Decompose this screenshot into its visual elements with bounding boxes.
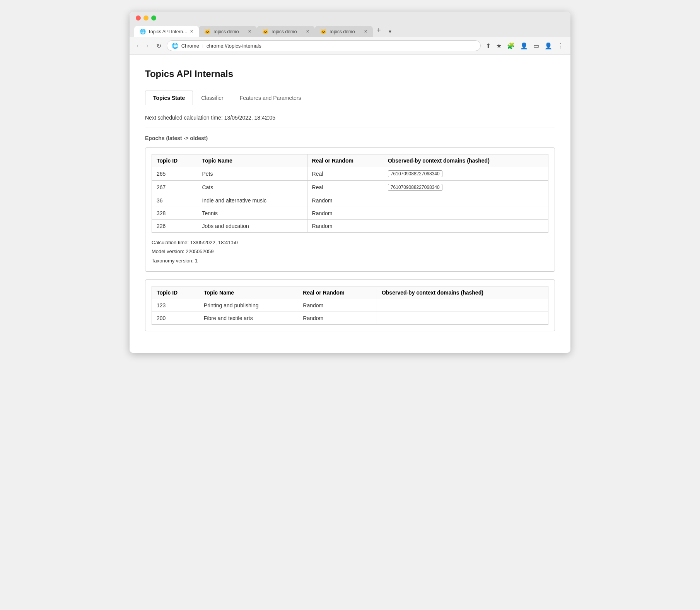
col-header-topic-name: Topic Name (197, 154, 307, 167)
table-row: 226Jobs and educationRandom (152, 220, 548, 233)
cell-domains (383, 207, 548, 220)
table-row: 267CatsReal7610709088227068340 (152, 181, 548, 194)
cell-topic-id: 328 (152, 207, 197, 220)
nav-actions: ⬆ ★ 🧩 👤 ▭ 👤 ⋮ (484, 41, 566, 51)
cell-real-random: Random (298, 312, 377, 325)
col-header-domains-2: Observed-by context domains (hashed) (377, 286, 548, 299)
tab-close-button-3[interactable]: ✕ (306, 29, 309, 34)
epoch-block-2: Topic ID Topic Name Real or Random Obser… (145, 279, 555, 331)
domain-tag: 7610709088227068340 (388, 184, 442, 191)
calc-time-label: Calculation time: (152, 240, 189, 245)
close-button[interactable] (136, 15, 141, 21)
col-header-real-random-2: Real or Random (298, 286, 377, 299)
maximize-button[interactable] (151, 15, 156, 21)
tab-icon-cat-2: 🐱 (204, 29, 210, 34)
cell-topic-id: 265 (152, 167, 197, 181)
browser-tab-4[interactable]: 🐱 Topics demo ✕ (315, 26, 373, 37)
table-row: 265PetsReal7610709088227068340 (152, 167, 548, 181)
tab-close-button-4[interactable]: ✕ (364, 29, 367, 34)
model-version-value: 2205052059 (186, 248, 213, 254)
bookmark-button[interactable]: ★ (494, 41, 504, 51)
cell-topic-id: 226 (152, 220, 197, 233)
cell-topic-id: 36 (152, 194, 197, 207)
col-header-topic-name-2: Topic Name (199, 286, 298, 299)
tab-icon-globe: 🌐 (140, 29, 146, 34)
browser-tab-2[interactable]: 🐱 Topics demo ✕ (199, 26, 257, 37)
cell-topic-id: 123 (152, 299, 199, 312)
table-row: 123Printing and publishingRandom (152, 299, 548, 312)
taxonomy-version-label: Taxonomy version: (152, 258, 193, 264)
tab-icon-cat-4: 🐱 (320, 29, 326, 34)
cell-real-random: Real (307, 181, 383, 194)
account-icon[interactable]: 👤 (543, 41, 554, 51)
col-header-topic-id-2: Topic ID (152, 286, 199, 299)
tab-close-button[interactable]: ✕ (190, 29, 193, 34)
tab-icon-cat-3: 🐱 (262, 29, 268, 34)
model-version-label: Model version: (152, 248, 184, 254)
browser-window: 🌐 Topics API Intern… ✕ 🐱 Topics demo ✕ 🐱… (130, 12, 570, 353)
col-header-domains: Observed-by context domains (hashed) (383, 154, 548, 167)
cell-topic-name: Fibre and textile arts (199, 312, 298, 325)
cell-topic-name: Pets (197, 167, 307, 181)
next-calc-value: 13/05/2022, 18:42:05 (224, 115, 275, 121)
table-row: 328TennisRandom (152, 207, 548, 220)
cell-topic-name: Tennis (197, 207, 307, 220)
profile-button[interactable]: 👤 (518, 41, 530, 51)
address-url: chrome://topics-internals (207, 43, 261, 49)
table-row: 36Indie and alternative musicRandom (152, 194, 548, 207)
tabs-container: Topics State Classifier Features and Par… (145, 90, 555, 105)
tab-overflow-button[interactable]: ▾ (385, 26, 395, 37)
epoch-table-2: Topic ID Topic Name Real or Random Obser… (152, 286, 548, 325)
tab-classifier[interactable]: Classifier (193, 91, 232, 105)
browser-tab-active[interactable]: 🌐 Topics API Intern… ✕ (134, 26, 199, 37)
traffic-lights (134, 15, 566, 21)
minimize-button[interactable] (143, 15, 149, 21)
epoch-table-1: Topic ID Topic Name Real or Random Obser… (152, 154, 548, 233)
tab-features-parameters[interactable]: Features and Parameters (232, 91, 309, 105)
sidebar-button[interactable]: ▭ (531, 41, 541, 51)
menu-button[interactable]: ⋮ (556, 41, 566, 51)
epoch-meta-1: Calculation time: 13/05/2022, 18:41:50 M… (152, 238, 548, 265)
address-divider: | (202, 43, 203, 48)
back-button[interactable]: ‹ (134, 41, 141, 51)
tab-bar: 🌐 Topics API Intern… ✕ 🐱 Topics demo ✕ 🐱… (134, 24, 566, 37)
forward-button[interactable]: › (144, 41, 150, 51)
tab-label: Topics API Intern… (148, 29, 188, 34)
reload-button[interactable]: ↻ (154, 41, 164, 51)
taxonomy-version-value: 1 (195, 258, 198, 264)
tab-topics-state[interactable]: Topics State (145, 91, 193, 105)
page-title: Topics API Internals (145, 69, 555, 79)
protocol-label: Chrome (181, 43, 199, 49)
browser-tab-3[interactable]: 🐱 Topics demo ✕ (257, 26, 315, 37)
cell-domains (377, 312, 548, 325)
tab-label-2: Topics demo (213, 29, 239, 34)
section-divider (145, 127, 555, 127)
calc-time-value: 13/05/2022, 18:41:50 (190, 240, 238, 245)
calc-time-line: Calculation time: 13/05/2022, 18:41:50 (152, 238, 548, 247)
cell-topic-name: Cats (197, 181, 307, 194)
cell-topic-name: Jobs and education (197, 220, 307, 233)
cell-domains (383, 220, 548, 233)
extensions-button[interactable]: 🧩 (505, 41, 517, 51)
nav-bar: ‹ › ↻ 🌐 Chrome | chrome://topics-interna… (130, 37, 570, 55)
cell-real-random: Random (298, 299, 377, 312)
address-bar[interactable]: 🌐 Chrome | chrome://topics-internals (167, 40, 481, 51)
cell-topic-name: Printing and publishing (199, 299, 298, 312)
table-header-row: Topic ID Topic Name Real or Random Obser… (152, 154, 548, 167)
new-tab-button[interactable]: + (373, 24, 385, 37)
tab-close-button-2[interactable]: ✕ (248, 29, 251, 34)
taxonomy-version-line: Taxonomy version: 1 (152, 256, 548, 265)
cell-real-random: Real (307, 167, 383, 181)
cell-domains (377, 299, 548, 312)
epoch-block-1: Topic ID Topic Name Real or Random Obser… (145, 147, 555, 272)
share-button[interactable]: ⬆ (484, 41, 493, 51)
next-calc-label: Next scheduled calculation time: (145, 115, 223, 121)
col-header-topic-id: Topic ID (152, 154, 197, 167)
cell-real-random: Random (307, 220, 383, 233)
domain-tag: 7610709088227068340 (388, 170, 442, 177)
model-version-line: Model version: 2205052059 (152, 247, 548, 256)
next-calc-text: Next scheduled calculation time: 13/05/2… (145, 115, 555, 121)
cell-domains: 7610709088227068340 (383, 167, 548, 181)
tab-label-4: Topics demo (329, 29, 355, 34)
col-header-real-random: Real or Random (307, 154, 383, 167)
